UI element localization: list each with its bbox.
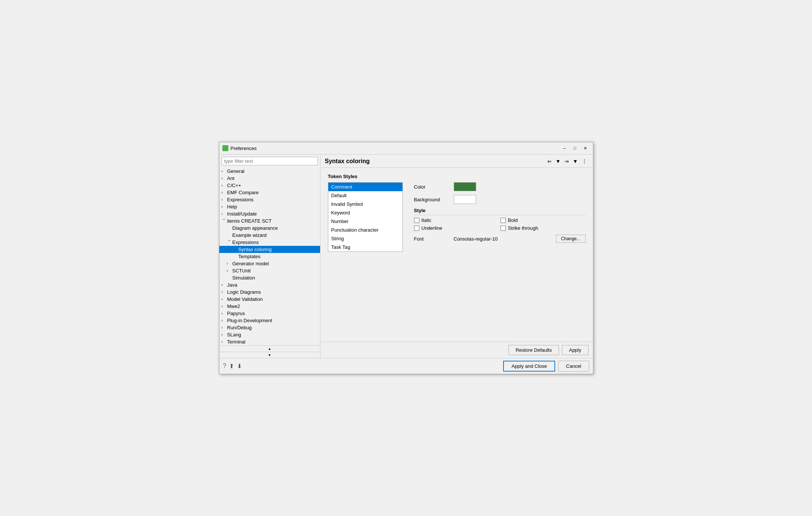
token-item-invalid-symbol[interactable]: Invalid Symbol: [328, 200, 402, 208]
tree-item-emf-compare[interactable]: › EMF Compare: [219, 189, 320, 196]
color-swatch[interactable]: [454, 182, 476, 191]
tree-item-help[interactable]: › Help: [219, 203, 320, 210]
filter-input[interactable]: [222, 157, 318, 165]
main-content: Token Styles Comment Default Invalid Sym…: [320, 168, 593, 342]
forward-button[interactable]: ⇒: [563, 158, 571, 165]
expand-arrow: [227, 226, 231, 230]
tree-item-ant[interactable]: › Ant: [219, 175, 320, 182]
style-section-label: Style: [414, 208, 586, 215]
tree-item-expressions-sub[interactable]: › Expressions: [219, 239, 320, 246]
forward-dropdown[interactable]: ▼: [571, 158, 580, 165]
tree-item-logic-diagrams[interactable]: › Logic Diagrams: [219, 288, 320, 296]
tree-item-terminal[interactable]: › Terminal: [219, 338, 320, 345]
tree-item-papyrus[interactable]: › Papyrus: [219, 310, 320, 317]
expand-arrow: ›: [222, 205, 226, 209]
tree-item-java[interactable]: › Java: [219, 281, 320, 288]
scroll-down-button[interactable]: ▼: [219, 352, 320, 358]
back-button[interactable]: ⇐: [546, 158, 553, 165]
tree-container: › General › Ant › C/C++ › EMF Compare ›: [219, 168, 320, 345]
tree-item-templates[interactable]: Templates: [219, 253, 320, 260]
tree-item-itemis-create-sct[interactable]: › itemis CREATE SCT: [219, 217, 320, 225]
underline-option: Underline: [414, 225, 489, 231]
token-item-comment[interactable]: Comment: [328, 183, 402, 191]
token-item-default[interactable]: Default: [328, 191, 402, 200]
tree-item-syntax-coloring[interactable]: Syntax coloring: [219, 246, 320, 253]
right-header: Syntax coloring ⇐ ▼ ⇒ ▼ ⋮: [320, 155, 593, 168]
maximize-button[interactable]: □: [571, 144, 580, 152]
expand-arrow: ›: [222, 176, 226, 180]
expand-arrow: ›: [227, 269, 231, 273]
expand-arrow: ›: [222, 290, 226, 294]
tree-item-simulation[interactable]: Simulation: [219, 274, 320, 281]
expand-arrow: ›: [222, 304, 226, 308]
strikethrough-label: Strike through: [508, 225, 538, 231]
tree-item-example-wizard[interactable]: Example wizard: [219, 232, 320, 239]
tree-item-install-update[interactable]: › Install/Update: [219, 210, 320, 217]
change-font-button[interactable]: Change...: [556, 235, 585, 243]
tree-item-label: Plug-in Development: [227, 318, 273, 323]
token-item-keyword[interactable]: Keyword: [328, 208, 402, 217]
tree-item-cpp[interactable]: › C/C++: [219, 182, 320, 189]
tree-item-mwe2[interactable]: › Mwe2: [219, 303, 320, 310]
underline-checkbox[interactable]: [414, 226, 419, 231]
bold-checkbox[interactable]: [501, 218, 506, 223]
import-icon[interactable]: ⬆: [229, 363, 234, 370]
footer-icons: ? ⬆ ⬇: [223, 363, 242, 370]
tree-item-label: Model Validation: [227, 296, 263, 302]
token-item-punctuation[interactable]: Punctuation character: [328, 226, 402, 234]
export-icon[interactable]: ⬇: [237, 363, 242, 370]
back-dropdown[interactable]: ▼: [554, 158, 562, 165]
footer-actions: Apply and Close Cancel: [503, 361, 589, 372]
background-row: Background: [414, 195, 586, 204]
tree-item-label: Example wizard: [232, 232, 267, 238]
background-label: Background: [414, 197, 448, 202]
tree-item-plugin-development[interactable]: › Plug-in Development: [219, 317, 320, 324]
token-item-string[interactable]: String: [328, 234, 402, 243]
more-options-button[interactable]: ⋮: [580, 158, 589, 165]
minimize-button[interactable]: ─: [560, 144, 569, 152]
tree-item-sctunit[interactable]: › SCTUnit: [219, 267, 320, 274]
italic-checkbox[interactable]: [414, 218, 419, 223]
expand-arrow: ›: [222, 333, 226, 337]
token-item-number[interactable]: Number: [328, 217, 402, 226]
expand-arrow: [227, 233, 231, 237]
tree-item-label: Help: [227, 204, 237, 210]
restore-defaults-button[interactable]: Restore Defaults: [508, 345, 559, 355]
tree-item-generator-model[interactable]: › Generator model: [219, 260, 320, 267]
tree-item-model-validation[interactable]: › Model Validation: [219, 296, 320, 303]
tree-item-run-debug[interactable]: › Run/Debug: [219, 324, 320, 331]
expand-arrow: [227, 276, 231, 280]
tree-item-label: Simulation: [232, 275, 255, 281]
scroll-controls: ▲ ▼: [219, 345, 320, 358]
cancel-button[interactable]: Cancel: [558, 361, 589, 372]
header-nav-icons: ⇐ ▼ ⇒ ▼ ⋮: [546, 158, 589, 165]
token-area: Comment Default Invalid Symbol Keyword N…: [328, 182, 586, 252]
page-title: Syntax coloring: [325, 158, 370, 165]
tree-item-diagram-appearance[interactable]: Diagram appearance: [219, 225, 320, 232]
left-panel: › General › Ant › C/C++ › EMF Compare ›: [219, 155, 320, 358]
help-icon[interactable]: ?: [223, 363, 226, 370]
expand-arrow: ›: [227, 240, 231, 245]
font-row: Font Consolas-regular-10 Change...: [414, 235, 586, 243]
tree-item-expressions[interactable]: › Expressions: [219, 196, 320, 203]
bold-option: Bold: [501, 217, 586, 223]
tree-item-general[interactable]: › General: [219, 168, 320, 175]
tree-item-slang[interactable]: › SLang: [219, 331, 320, 338]
bottom-bar: Restore Defaults Apply: [320, 342, 593, 358]
tree-item-label: Logic Diagrams: [227, 289, 261, 295]
strikethrough-checkbox[interactable]: [501, 226, 506, 231]
tree-item-label: Diagram appearance: [232, 225, 278, 231]
token-item-task-tag[interactable]: Task Tag: [328, 243, 402, 251]
apply-button[interactable]: Apply: [562, 345, 589, 355]
tree-item-label: Run/Debug: [227, 325, 252, 330]
close-button[interactable]: ✕: [581, 144, 590, 152]
apply-and-close-button[interactable]: Apply and Close: [503, 361, 555, 372]
expand-arrow: ›: [222, 183, 226, 187]
content-area: › General › Ant › C/C++ › EMF Compare ›: [219, 155, 593, 358]
style-options: Italic Bold Underline: [414, 217, 586, 231]
bold-label: Bold: [508, 217, 518, 223]
scroll-up-button[interactable]: ▲: [219, 345, 320, 352]
expand-arrow: ›: [222, 219, 226, 223]
token-list: Comment Default Invalid Symbol Keyword N…: [328, 182, 403, 252]
background-swatch[interactable]: [454, 195, 476, 204]
